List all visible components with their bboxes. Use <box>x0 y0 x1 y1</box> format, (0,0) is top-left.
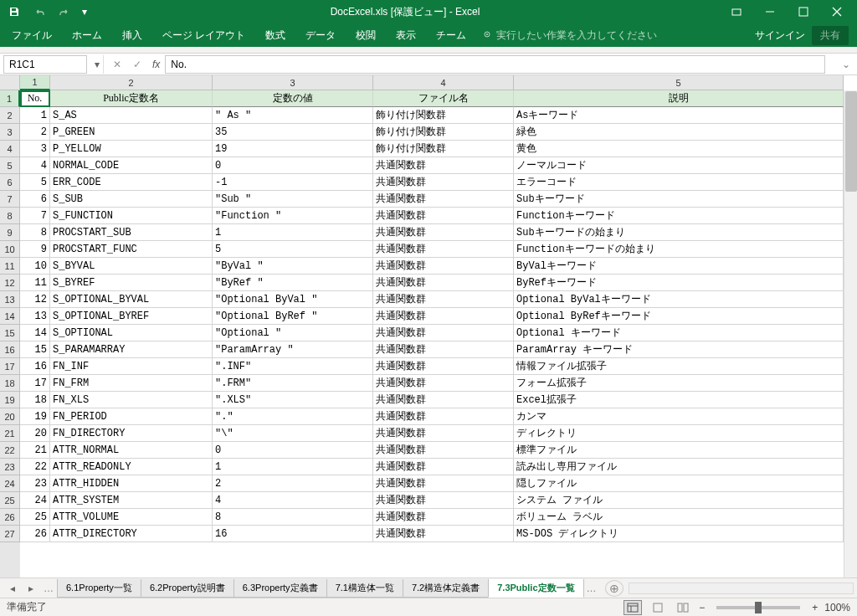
cell[interactable]: 情報ファイル拡張子 <box>514 358 844 375</box>
cell[interactable]: 読み出し専用ファイル <box>514 459 844 475</box>
ribbon-tab-4[interactable]: 数式 <box>255 24 295 47</box>
cell[interactable]: ディレクトリ <box>514 425 844 442</box>
row-header[interactable]: 10 <box>0 241 20 258</box>
cell[interactable]: ByValキーワード <box>514 258 844 275</box>
maximize-button[interactable] <box>787 0 820 23</box>
row-header[interactable]: 19 <box>0 392 20 408</box>
cell[interactable]: 共通関数群 <box>373 375 514 392</box>
cell[interactable]: S_BYVAL <box>50 258 213 275</box>
row-header[interactable]: 23 <box>0 459 20 475</box>
cell[interactable]: 2 <box>20 124 50 141</box>
name-box-dropdown[interactable]: ▾ <box>90 55 104 74</box>
row-header[interactable]: 2 <box>0 107 20 124</box>
ribbon-tab-3[interactable]: ページ レイアウト <box>152 24 255 47</box>
cell[interactable]: 共通関数群 <box>373 475 514 492</box>
formula-enter[interactable]: ✓ <box>127 55 147 74</box>
cell[interactable]: ".FRM" <box>213 375 373 392</box>
cell[interactable]: 緑色 <box>514 124 844 141</box>
cell[interactable]: 共通関数群 <box>373 509 514 526</box>
cell[interactable]: 12 <box>20 291 50 308</box>
cell[interactable]: ParamArray キーワード <box>514 341 844 358</box>
cell[interactable]: 共通関数群 <box>373 208 514 224</box>
sheet-tab[interactable]: 7.3Public定数一覧 <box>488 579 583 598</box>
cell[interactable]: 19 <box>20 408 50 425</box>
close-button[interactable] <box>820 0 854 23</box>
cell[interactable]: ATTR_DIRECTORY <box>50 526 213 542</box>
select-all-corner[interactable] <box>0 75 20 90</box>
cell[interactable]: 共通関数群 <box>373 241 514 258</box>
cell[interactable]: 0 <box>213 442 373 459</box>
cell[interactable]: ATTR_READONLY <box>50 459 213 475</box>
cell[interactable]: 共通関数群 <box>373 408 514 425</box>
redo-button[interactable] <box>54 3 75 21</box>
cell[interactable]: 0 <box>213 157 373 174</box>
sheet-nav-next[interactable]: ▸ <box>22 580 40 597</box>
cell[interactable]: FN_PERIOD <box>50 408 213 425</box>
cell[interactable]: 25 <box>20 509 50 526</box>
row-header[interactable]: 3 <box>0 124 20 141</box>
cell[interactable]: カンマ <box>514 408 844 425</box>
cell[interactable]: "Optional " <box>213 325 373 341</box>
cell[interactable]: 共通関数群 <box>373 392 514 408</box>
cell[interactable]: P_GREEN <box>50 124 213 141</box>
zoom-in-button[interactable]: + <box>812 602 818 613</box>
cell[interactable]: 20 <box>20 425 50 442</box>
cell[interactable]: 6 <box>20 191 50 208</box>
zoom-slider[interactable] <box>716 606 800 609</box>
cell[interactable]: 8 <box>213 509 373 526</box>
cell[interactable]: Optional キーワード <box>514 325 844 341</box>
row-header[interactable]: 12 <box>0 275 20 291</box>
cell[interactable]: ボリューム ラベル <box>514 509 844 526</box>
row-header[interactable]: 7 <box>0 191 20 208</box>
cell[interactable]: Functionキーワードの始まり <box>514 241 844 258</box>
table-header-cell[interactable]: 説明 <box>514 90 844 107</box>
cell[interactable]: 19 <box>213 141 373 157</box>
cell[interactable]: 共通関数群 <box>373 224 514 241</box>
cell[interactable]: 26 <box>20 526 50 542</box>
row-header[interactable]: 16 <box>0 341 20 358</box>
cell[interactable]: 18 <box>20 392 50 408</box>
insert-function-button[interactable]: fx <box>147 59 165 70</box>
ribbon-display-button[interactable] <box>720 0 753 23</box>
cell[interactable]: "." <box>213 408 373 425</box>
cell[interactable]: 共通関数群 <box>373 492 514 509</box>
cell[interactable]: 11 <box>20 275 50 291</box>
tell-me-search[interactable]: 実行したい作業を入力してください <box>476 28 664 43</box>
sheet-nav-prev[interactable]: ◂ <box>3 580 22 597</box>
cell[interactable]: FN_DIRECTORY <box>50 425 213 442</box>
sheet-nav-more-right[interactable]: … <box>583 583 600 594</box>
column-header[interactable]: 3 <box>213 75 373 90</box>
cell[interactable]: ".XLS" <box>213 392 373 408</box>
cell[interactable]: "ParamArray " <box>213 341 373 358</box>
cell[interactable]: S_PARAMARRAY <box>50 341 213 358</box>
cell[interactable]: フォーム拡張子 <box>514 375 844 392</box>
cell[interactable]: 14 <box>20 325 50 341</box>
sheet-tab[interactable]: 6.2Property説明書 <box>141 579 234 598</box>
cell[interactable]: 4 <box>213 492 373 509</box>
ribbon-tab-0[interactable]: ファイル <box>2 24 62 47</box>
cell[interactable]: " As " <box>213 107 373 124</box>
cell[interactable]: 1 <box>213 224 373 241</box>
cell[interactable]: NORMAL_CODE <box>50 157 213 174</box>
cell[interactable]: 共通関数群 <box>373 442 514 459</box>
cell[interactable]: MS-DOS ディレクトリ <box>514 526 844 542</box>
sheet-nav-more-left[interactable]: … <box>40 583 57 594</box>
cell[interactable]: 4 <box>20 157 50 174</box>
cell[interactable]: ".INF" <box>213 358 373 375</box>
cell[interactable]: -1 <box>213 174 373 191</box>
cell[interactable]: 35 <box>213 124 373 141</box>
table-header-cell[interactable]: No. <box>20 90 50 107</box>
cell[interactable]: 飾り付け関数群 <box>373 107 514 124</box>
minimize-button[interactable] <box>753 0 787 23</box>
column-header[interactable]: 5 <box>514 75 844 90</box>
cell[interactable]: S_OPTIONAL <box>50 325 213 341</box>
cell[interactable]: Asキーワード <box>514 107 844 124</box>
cell[interactable]: 飾り付け関数群 <box>373 124 514 141</box>
undo-button[interactable] <box>28 3 50 21</box>
zoom-slider-thumb[interactable] <box>755 602 762 613</box>
column-header[interactable]: 2 <box>50 75 213 90</box>
horizontal-scrollbar[interactable] <box>629 583 854 594</box>
row-header[interactable]: 13 <box>0 291 20 308</box>
formula-input[interactable]: No. <box>165 55 825 74</box>
cell[interactable]: 標準ファイル <box>514 442 844 459</box>
